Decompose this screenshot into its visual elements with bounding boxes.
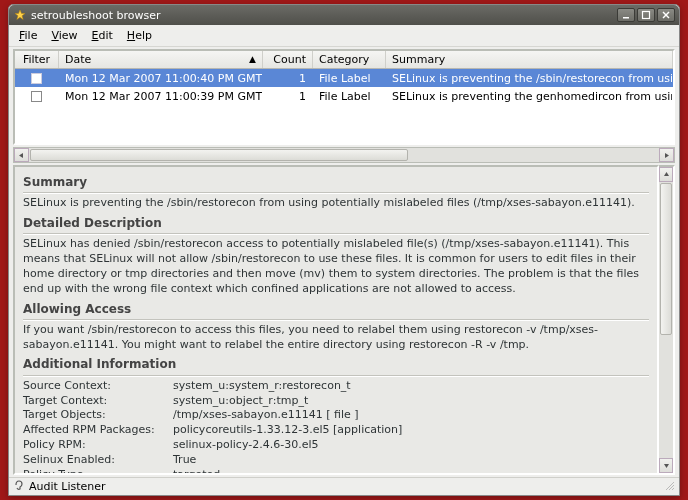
table-body: Mon 12 Mar 2007 11:00:40 PM GMT 1 File L… <box>15 69 673 143</box>
titlebar[interactable]: setroubleshoot browser <box>9 5 679 25</box>
cell-count: 1 <box>263 88 313 105</box>
info-table: Source Context:system_u:system_r:restore… <box>23 379 649 475</box>
value-target-context: system_u:object_r:tmp_t <box>173 394 649 409</box>
divider <box>23 233 649 234</box>
scroll-track[interactable] <box>659 182 673 458</box>
cell-summary: SELinux is preventing the genhomedircon … <box>386 88 673 105</box>
scroll-right-icon[interactable] <box>659 148 674 162</box>
scroll-thumb[interactable] <box>30 149 408 161</box>
label-target-context: Target Context: <box>23 394 173 409</box>
filter-checkbox[interactable] <box>31 91 42 102</box>
filter-checkbox[interactable] <box>31 73 42 84</box>
table-header: Filter Date▲ Count Category Summary <box>15 51 673 69</box>
app-window: setroubleshoot browser File View Edit He… <box>8 4 680 496</box>
scroll-down-icon[interactable] <box>659 458 673 473</box>
minimize-button[interactable] <box>617 8 635 22</box>
summary-text: SELinux is preventing the /sbin/restorec… <box>23 196 649 211</box>
window-title: setroubleshoot browser <box>31 9 617 22</box>
value-policy-type: targeted <box>173 468 649 475</box>
divider <box>23 192 649 193</box>
value-affected-rpm: policycoreutils-1.33.12-3.el5 [applicati… <box>173 423 649 438</box>
label-selinux-enabled: Selinux Enabled: <box>23 453 173 468</box>
table-row[interactable]: Mon 12 Mar 2007 11:00:40 PM GMT 1 File L… <box>15 69 673 87</box>
svg-marker-7 <box>664 172 669 176</box>
resize-grip-icon[interactable] <box>663 479 675 494</box>
value-selinux-enabled: True <box>173 453 649 468</box>
detail-pane-wrap: Summary SELinux is preventing the /sbin/… <box>13 165 675 475</box>
col-filter[interactable]: Filter <box>15 51 59 68</box>
label-policy-rpm: Policy RPM: <box>23 438 173 453</box>
label-affected-rpm: Affected RPM Packages: <box>23 423 173 438</box>
detail-pane: Summary SELinux is preventing the /sbin/… <box>13 165 659 475</box>
cell-summary: SELinux is preventing the /sbin/restorec… <box>386 70 673 87</box>
heading-allowing: Allowing Access <box>23 301 649 317</box>
cell-category: File Label <box>313 88 386 105</box>
menu-edit[interactable]: Edit <box>86 27 119 44</box>
scroll-left-icon[interactable] <box>14 148 29 162</box>
menu-file[interactable]: File <box>13 27 43 44</box>
table-row[interactable]: Mon 12 Mar 2007 11:00:39 PM GMT 1 File L… <box>15 87 673 105</box>
sort-asc-icon: ▲ <box>249 54 256 64</box>
label-source-context: Source Context: <box>23 379 173 394</box>
svg-line-11 <box>672 488 674 490</box>
value-target-objects: /tmp/xses-sabayon.e11141 [ file ] <box>173 408 649 423</box>
svg-marker-8 <box>664 464 669 468</box>
maximize-button[interactable] <box>637 8 655 22</box>
svg-marker-6 <box>665 153 669 158</box>
divider <box>23 375 649 376</box>
alert-table: Filter Date▲ Count Category Summary Mon … <box>13 49 675 145</box>
svg-marker-5 <box>19 153 23 158</box>
table-hscrollbar[interactable] <box>13 147 675 163</box>
close-button[interactable] <box>657 8 675 22</box>
statusbar: Audit Listener <box>9 477 679 495</box>
app-icon <box>13 8 27 22</box>
label-policy-type: Policy Type: <box>23 468 173 475</box>
heading-summary: Summary <box>23 174 649 190</box>
detail-vscrollbar[interactable] <box>659 165 675 475</box>
menu-view[interactable]: View <box>45 27 83 44</box>
cell-date: Mon 12 Mar 2007 11:00:39 PM GMT <box>59 88 263 105</box>
description-text: SELinux has denied /sbin/restorecon acce… <box>23 237 649 296</box>
col-count[interactable]: Count <box>263 51 313 68</box>
label-target-objects: Target Objects: <box>23 408 173 423</box>
scroll-up-icon[interactable] <box>659 167 673 182</box>
value-policy-rpm: selinux-policy-2.4.6-30.el5 <box>173 438 649 453</box>
col-summary[interactable]: Summary <box>386 51 673 68</box>
col-category[interactable]: Category <box>313 51 386 68</box>
cell-category: File Label <box>313 70 386 87</box>
value-source-context: system_u:system_r:restorecon_t <box>173 379 649 394</box>
menu-help[interactable]: Help <box>121 27 158 44</box>
divider <box>23 319 649 320</box>
ear-icon <box>13 479 25 494</box>
cell-date: Mon 12 Mar 2007 11:00:40 PM GMT <box>59 70 263 87</box>
scroll-track[interactable] <box>29 148 659 162</box>
heading-description: Detailed Description <box>23 215 649 231</box>
cell-count: 1 <box>263 70 313 87</box>
svg-marker-0 <box>15 10 25 20</box>
svg-rect-1 <box>623 17 629 19</box>
status-text: Audit Listener <box>29 480 106 493</box>
col-date[interactable]: Date▲ <box>59 51 263 68</box>
menubar: File View Edit Help <box>9 25 679 47</box>
heading-additional: Additional Information <box>23 356 649 372</box>
svg-rect-2 <box>643 12 650 19</box>
scroll-thumb[interactable] <box>660 183 672 335</box>
allowing-text: If you want /sbin/restorecon to access t… <box>23 323 649 353</box>
